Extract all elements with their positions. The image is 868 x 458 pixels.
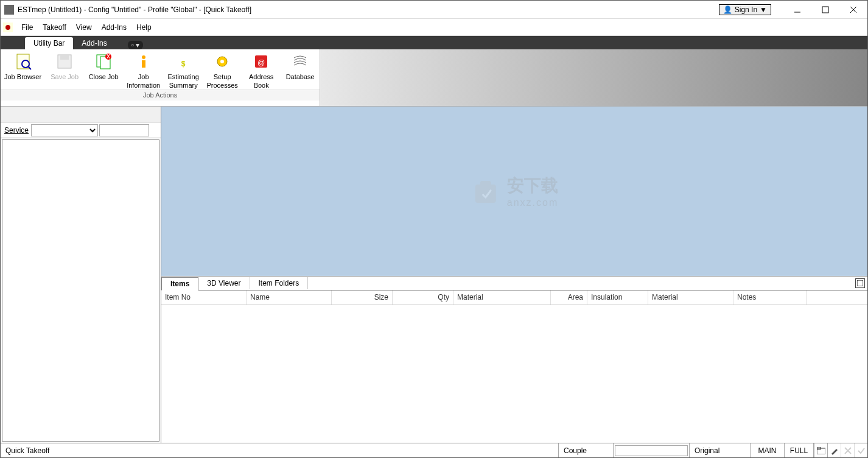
ribbon: Job Browser Save Job x Close Job Job Inf… [1,49,867,107]
svg-rect-1 [822,7,828,13]
address-book-label: Address Book [249,72,273,90]
menu-view[interactable]: View [71,21,97,34]
col-insulation[interactable]: Insulation [587,291,648,305]
sign-in-button[interactable]: 👤 Sign In ▼ [719,4,771,15]
address-book-icon: @ [251,52,271,71]
job-information-button[interactable]: Job Information [123,49,164,90]
service-row: Service [1,122,161,138]
tab-strip: Utility Bar Add-Ins ▫ ▾ [1,36,867,49]
svg-point-5 [5,25,10,30]
col-qty[interactable]: Qty [393,291,453,305]
tab-3d-viewer[interactable]: 3D Viewer [198,277,250,289]
gear-icon [212,52,232,71]
save-job-button[interactable]: Save Job [45,49,84,90]
ribbon-panel-title: Job Actions [1,90,320,100]
svg-rect-15 [142,55,145,59]
close-button[interactable] [839,1,867,19]
status-full[interactable]: FULL [785,443,814,457]
menu-app-icon [3,23,13,32]
minimize-button[interactable] [783,1,811,19]
tab-utility-bar[interactable]: Utility Bar [25,37,73,49]
svg-text:x: x [107,53,110,60]
info-icon [134,52,153,71]
setup-processes-button[interactable]: Setup Processes [203,49,242,90]
watermark-sub: anxz.com [507,197,558,208]
status-original[interactable]: Original [690,443,751,457]
status-delete-button[interactable] [841,443,854,457]
save-icon [55,52,74,71]
address-book-button[interactable]: @ Address Book [242,49,281,90]
status-mode: Quick Takeoff [1,443,559,457]
job-browser-icon [13,52,33,71]
svg-text:@: @ [257,58,265,67]
tab-item-folders[interactable]: Item Folders [250,277,309,289]
col-item-no[interactable]: Item No [161,291,247,305]
save-job-label: Save Job [51,72,79,81]
service-filter-input[interactable] [99,124,149,136]
svg-point-19 [220,60,224,63]
status-pencil-button[interactable] [827,443,841,457]
dropdown-icon: ▼ [760,5,767,14]
maximize-button[interactable] [811,1,839,19]
close-job-icon: x [94,52,113,71]
status-input[interactable] [615,445,688,456]
setup-processes-label: Setup Processes [206,72,237,90]
items-grid[interactable]: Item No Name Size Qty Material Area Insu… [161,291,867,443]
left-panel: Service [1,107,161,443]
job-browser-label: Job Browser [4,72,41,81]
ribbon-empty-area [320,49,867,106]
watermark: 安下载 anxz.com [471,174,558,208]
database-label: Database [286,72,315,81]
window-title: ESTmep (Untitled1) - Config "Untitled" -… [18,5,719,14]
drawing-canvas[interactable]: 安下载 anxz.com [161,107,867,276]
menu-file[interactable]: File [16,21,38,34]
col-area[interactable]: Area [551,291,587,305]
col-size[interactable]: Size [332,291,393,305]
service-select[interactable] [31,124,98,136]
close-job-label: Close Job [89,72,119,81]
status-folder-button[interactable] [814,443,827,457]
dollar-icon: $ [173,52,193,71]
col-name[interactable]: Name [247,291,332,305]
database-icon [290,52,310,71]
status-check-button[interactable] [854,443,867,457]
close-job-button[interactable]: x Close Job [84,49,123,90]
svg-text:$: $ [181,60,186,68]
status-main[interactable]: MAIN [751,443,785,457]
watermark-text: 安下载 [507,174,558,197]
tab-addins[interactable]: Add-Ins [73,37,115,49]
svg-rect-10 [60,55,69,60]
right-area: 安下载 anxz.com Items 3D Viewer Item Folder… [161,107,867,443]
sign-in-label: Sign In [735,5,757,14]
grid-header-row: Item No Name Size Qty Material Area Insu… [161,291,867,305]
col-material[interactable]: Material [453,291,551,305]
service-tree[interactable] [2,139,159,442]
job-information-label: Job Information [127,72,160,90]
menu-takeoff[interactable]: Takeoff [38,21,71,34]
menu-help[interactable]: Help [131,21,156,34]
left-panel-toolbar [1,107,161,122]
database-button[interactable]: Database [281,49,320,90]
svg-rect-24 [857,280,863,286]
status-bar: Quick Takeoff Couple Original MAIN FULL [1,443,867,457]
job-browser-button[interactable]: Job Browser [1,49,45,90]
maximize-panel-button[interactable] [855,278,865,288]
tab-items[interactable]: Items [161,277,198,291]
service-label[interactable]: Service [3,125,30,136]
estimating-summary-label: Estimating Summary [167,72,198,90]
menu-bar: File Takeoff View Add-Ins Help [1,19,867,36]
title-bar: ESTmep (Untitled1) - Config "Untitled" -… [1,1,867,19]
menu-addins[interactable]: Add-Ins [97,21,131,34]
user-icon: 👤 [723,5,732,14]
estimating-summary-button[interactable]: $ Estimating Summary [164,49,203,90]
col-material2[interactable]: Material [648,291,733,305]
status-couple[interactable]: Couple [559,443,614,457]
ribbon-panel-job-actions: Job Browser Save Job x Close Job Job Inf… [1,49,320,106]
tab-strip-overflow[interactable]: ▫ ▾ [128,41,144,49]
svg-rect-23 [480,181,491,188]
col-notes[interactable]: Notes [733,291,807,305]
app-icon [4,5,14,15]
svg-rect-16 [142,60,145,68]
bottom-tab-strip: Items 3D Viewer Item Folders [161,276,867,291]
